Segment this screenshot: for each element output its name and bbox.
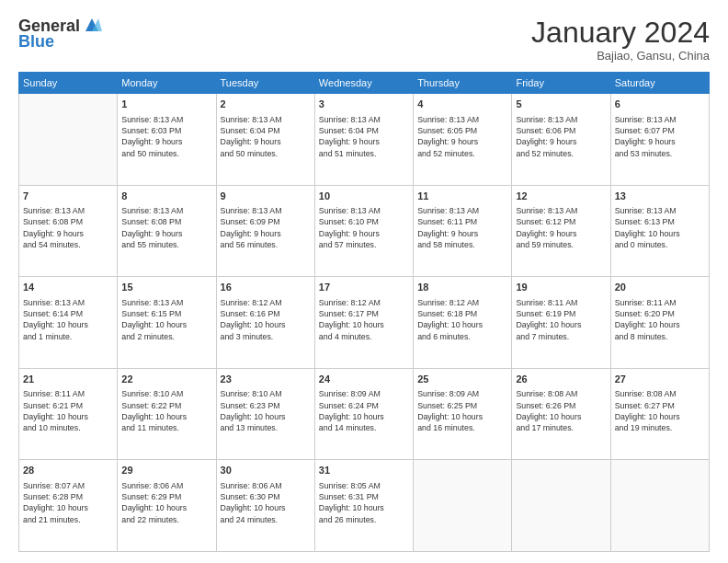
day-info: Sunrise: 8:13 AMSunset: 6:10 PMDaylight:… xyxy=(319,205,409,250)
day-number: 23 xyxy=(221,373,311,386)
day-number: 18 xyxy=(417,281,507,294)
day-info: Sunrise: 8:13 AMSunset: 6:06 PMDaylight:… xyxy=(516,114,606,159)
col-thursday: Thursday xyxy=(414,73,512,94)
day-number: 7 xyxy=(23,190,113,203)
day-info: Sunrise: 8:06 AMSunset: 6:30 PMDaylight:… xyxy=(221,480,311,525)
day-number: 24 xyxy=(319,373,409,386)
calendar-header-row: Sunday Monday Tuesday Wednesday Thursday… xyxy=(19,73,710,94)
table-row xyxy=(512,460,610,552)
table-row: 31Sunrise: 8:05 AMSunset: 6:31 PMDayligh… xyxy=(314,460,413,552)
calendar-week-row: 21Sunrise: 8:11 AMSunset: 6:21 PMDayligh… xyxy=(19,368,710,460)
col-monday: Monday xyxy=(118,73,216,94)
table-row xyxy=(414,460,512,552)
day-number: 4 xyxy=(417,98,507,111)
calendar-week-row: 7Sunrise: 8:13 AMSunset: 6:08 PMDaylight… xyxy=(19,185,710,277)
table-row: 1Sunrise: 8:13 AMSunset: 6:03 PMDaylight… xyxy=(118,94,216,186)
day-number: 15 xyxy=(121,281,211,294)
table-row: 7Sunrise: 8:13 AMSunset: 6:08 PMDaylight… xyxy=(19,185,118,277)
day-number: 21 xyxy=(23,373,113,386)
calendar-table: Sunday Monday Tuesday Wednesday Thursday… xyxy=(18,72,710,552)
table-row: 12Sunrise: 8:13 AMSunset: 6:12 PMDayligh… xyxy=(512,185,610,277)
day-number: 27 xyxy=(615,373,705,386)
table-row xyxy=(610,460,709,552)
day-info: Sunrise: 8:13 AMSunset: 6:08 PMDaylight:… xyxy=(121,205,211,250)
day-number: 29 xyxy=(121,464,211,477)
day-info: Sunrise: 8:12 AMSunset: 6:18 PMDaylight:… xyxy=(417,297,507,342)
day-info: Sunrise: 8:13 AMSunset: 6:15 PMDaylight:… xyxy=(121,297,211,342)
day-info: Sunrise: 8:12 AMSunset: 6:16 PMDaylight:… xyxy=(221,297,311,342)
table-row: 16Sunrise: 8:12 AMSunset: 6:16 PMDayligh… xyxy=(216,277,314,369)
col-saturday: Saturday xyxy=(610,73,709,94)
day-number: 16 xyxy=(221,281,311,294)
table-row: 30Sunrise: 8:06 AMSunset: 6:30 PMDayligh… xyxy=(216,460,314,552)
table-row: 3Sunrise: 8:13 AMSunset: 6:04 PMDaylight… xyxy=(314,94,413,186)
day-number: 30 xyxy=(221,464,311,477)
day-number: 28 xyxy=(23,464,113,477)
day-number: 5 xyxy=(516,98,606,111)
table-row: 11Sunrise: 8:13 AMSunset: 6:11 PMDayligh… xyxy=(414,185,512,277)
table-row: 8Sunrise: 8:13 AMSunset: 6:08 PMDaylight… xyxy=(118,185,216,277)
table-row: 24Sunrise: 8:09 AMSunset: 6:24 PMDayligh… xyxy=(314,368,413,460)
day-info: Sunrise: 8:13 AMSunset: 6:13 PMDaylight:… xyxy=(615,205,705,250)
day-number: 19 xyxy=(516,281,606,294)
col-tuesday: Tuesday xyxy=(216,73,314,94)
day-number: 3 xyxy=(319,98,409,111)
table-row: 28Sunrise: 8:07 AMSunset: 6:28 PMDayligh… xyxy=(19,460,118,552)
day-number: 1 xyxy=(121,98,211,111)
day-number: 11 xyxy=(417,190,507,203)
table-row: 23Sunrise: 8:10 AMSunset: 6:23 PMDayligh… xyxy=(216,368,314,460)
day-info: Sunrise: 8:11 AMSunset: 6:20 PMDaylight:… xyxy=(615,297,705,342)
calendar-week-row: 28Sunrise: 8:07 AMSunset: 6:28 PMDayligh… xyxy=(19,460,710,552)
day-info: Sunrise: 8:10 AMSunset: 6:23 PMDaylight:… xyxy=(221,388,311,433)
table-row: 20Sunrise: 8:11 AMSunset: 6:20 PMDayligh… xyxy=(610,277,709,369)
col-friday: Friday xyxy=(512,73,610,94)
day-info: Sunrise: 8:13 AMSunset: 6:11 PMDaylight:… xyxy=(417,205,507,250)
location-subtitle: Bajiao, Gansu, China xyxy=(531,49,710,63)
day-number: 6 xyxy=(615,98,705,111)
table-row: 15Sunrise: 8:13 AMSunset: 6:15 PMDayligh… xyxy=(118,277,216,369)
day-number: 2 xyxy=(221,98,311,111)
day-info: Sunrise: 8:09 AMSunset: 6:25 PMDaylight:… xyxy=(417,388,507,433)
day-number: 9 xyxy=(221,190,311,203)
table-row: 22Sunrise: 8:10 AMSunset: 6:22 PMDayligh… xyxy=(118,368,216,460)
day-info: Sunrise: 8:11 AMSunset: 6:21 PMDaylight:… xyxy=(23,388,113,433)
day-info: Sunrise: 8:12 AMSunset: 6:17 PMDaylight:… xyxy=(319,297,409,342)
day-number: 22 xyxy=(121,373,211,386)
table-row: 6Sunrise: 8:13 AMSunset: 6:07 PMDaylight… xyxy=(610,94,709,186)
day-number: 12 xyxy=(516,190,606,203)
day-info: Sunrise: 8:13 AMSunset: 6:04 PMDaylight:… xyxy=(319,114,409,159)
table-row: 10Sunrise: 8:13 AMSunset: 6:10 PMDayligh… xyxy=(314,185,413,277)
table-row: 29Sunrise: 8:06 AMSunset: 6:29 PMDayligh… xyxy=(118,460,216,552)
col-sunday: Sunday xyxy=(19,73,118,94)
table-row: 18Sunrise: 8:12 AMSunset: 6:18 PMDayligh… xyxy=(414,277,512,369)
table-row: 14Sunrise: 8:13 AMSunset: 6:14 PMDayligh… xyxy=(19,277,118,369)
table-row xyxy=(19,94,118,186)
day-number: 25 xyxy=(417,373,507,386)
day-info: Sunrise: 8:11 AMSunset: 6:19 PMDaylight:… xyxy=(516,297,606,342)
day-number: 20 xyxy=(615,281,705,294)
logo: General Blue xyxy=(18,17,102,50)
calendar-week-row: 1Sunrise: 8:13 AMSunset: 6:03 PMDaylight… xyxy=(19,94,710,186)
day-info: Sunrise: 8:08 AMSunset: 6:26 PMDaylight:… xyxy=(516,388,606,433)
month-title: January 2024 xyxy=(531,17,710,49)
day-info: Sunrise: 8:13 AMSunset: 6:08 PMDaylight:… xyxy=(23,205,113,250)
calendar-page: General Blue January 2024 Bajiao, Gansu,… xyxy=(0,0,728,563)
day-info: Sunrise: 8:05 AMSunset: 6:31 PMDaylight:… xyxy=(319,480,409,525)
table-row: 2Sunrise: 8:13 AMSunset: 6:04 PMDaylight… xyxy=(216,94,314,186)
day-info: Sunrise: 8:10 AMSunset: 6:22 PMDaylight:… xyxy=(121,388,211,433)
day-number: 17 xyxy=(319,281,409,294)
day-number: 10 xyxy=(319,190,409,203)
table-row: 4Sunrise: 8:13 AMSunset: 6:05 PMDaylight… xyxy=(414,94,512,186)
table-row: 21Sunrise: 8:11 AMSunset: 6:21 PMDayligh… xyxy=(19,368,118,460)
logo-blue: Blue xyxy=(18,33,102,50)
logo-icon xyxy=(82,15,102,35)
day-info: Sunrise: 8:13 AMSunset: 6:04 PMDaylight:… xyxy=(221,114,311,159)
table-row: 27Sunrise: 8:08 AMSunset: 6:27 PMDayligh… xyxy=(610,368,709,460)
day-info: Sunrise: 8:13 AMSunset: 6:12 PMDaylight:… xyxy=(516,205,606,250)
day-info: Sunrise: 8:07 AMSunset: 6:28 PMDaylight:… xyxy=(23,480,113,525)
day-number: 14 xyxy=(23,281,113,294)
table-row: 9Sunrise: 8:13 AMSunset: 6:09 PMDaylight… xyxy=(216,185,314,277)
page-header: General Blue January 2024 Bajiao, Gansu,… xyxy=(18,17,710,63)
calendar-week-row: 14Sunrise: 8:13 AMSunset: 6:14 PMDayligh… xyxy=(19,277,710,369)
table-row: 13Sunrise: 8:13 AMSunset: 6:13 PMDayligh… xyxy=(610,185,709,277)
